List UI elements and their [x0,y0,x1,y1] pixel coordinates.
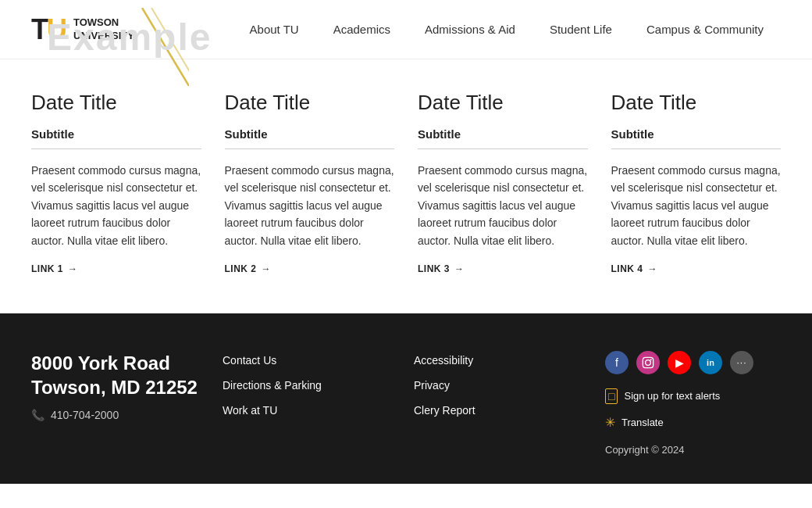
text-alert-icon: □ [605,388,618,404]
linkedin-icon[interactable]: in [699,351,722,374]
svg-rect-2 [643,357,653,367]
card-2: Date Title Subtitle Praesent commodo cur… [225,91,395,274]
site-footer: 8000 York Road Towson, MD 21252 📞 410-70… [0,313,812,484]
card-3-body: Praesent commodo cursus magna, vel scele… [418,162,588,249]
footer-text-alerts[interactable]: □ Sign up for text alerts [605,388,720,404]
nav-campus-community[interactable]: Campus & Community [629,0,781,59]
logo-tu-text: TU [31,16,66,44]
card-3-date-title: Date Title [418,91,588,115]
nav-about-tu[interactable]: About TU [233,0,316,59]
instagram-icon[interactable] [636,351,660,374]
logo-area: TU TOWSON UNIVERSITY [31,16,203,44]
footer-address-text: 8000 York Road Towson, MD 21252 [31,351,207,399]
card-4-body: Praesent commodo cursus magna, vel scele… [611,162,782,249]
card-4: Date Title Subtitle Praesent commodo cur… [611,91,782,274]
card-4-link[interactable]: LINK 4 → [611,263,782,274]
footer-link-clery[interactable]: Clery Report [414,404,589,417]
cards-grid: Date Title Subtitle Praesent commodo cur… [31,91,781,274]
nav-student-life[interactable]: Student Life [532,0,629,59]
card-3-divider [418,148,588,149]
card-4-subtitle: Subtitle [611,127,782,141]
translate-icon: ✳ [605,415,615,430]
main-content: Date Title Subtitle Praesent commodo cur… [0,59,812,313]
svg-point-4 [650,359,652,360]
footer-link-accessibility[interactable]: Accessibility [414,354,589,367]
nav-academics[interactable]: Academics [316,0,408,59]
nav-admissions-aid[interactable]: Admissions & Aid [408,0,532,59]
card-2-divider [225,148,395,149]
card-2-link[interactable]: LINK 2 → [225,263,395,274]
footer-grid: 8000 York Road Towson, MD 21252 📞 410-70… [31,351,781,456]
card-2-body: Praesent commodo cursus magna, vel scele… [225,162,395,249]
card-3-link[interactable]: LINK 3 → [418,263,588,274]
svg-point-3 [646,360,651,366]
site-header: TU TOWSON UNIVERSITY Example About TU Ac… [0,0,812,59]
footer-phone: 📞 410-704-2000 [31,409,207,421]
card-1-date-title: Date Title [31,91,201,115]
footer-social: f ▶ in ··· □ Sign up for text alerts ✳ T… [605,351,781,456]
card-1-link[interactable]: LINK 1 → [31,263,201,274]
footer-link-work[interactable]: Work at TU [223,404,398,417]
facebook-icon[interactable]: f [605,351,629,374]
social-icons-row: f ▶ in ··· [605,351,753,374]
card-2-date-title: Date Title [225,91,395,115]
footer-link-directions[interactable]: Directions & Parking [223,379,398,392]
logo-accent-svg [126,8,189,86]
card-1-body: Praesent commodo cursus magna, vel scele… [31,162,201,249]
svg-line-1 [151,8,189,86]
logo-university-name: TOWSON UNIVERSITY [73,16,134,43]
footer-links-col2: Contact Us Directions & Parking Work at … [223,351,398,456]
footer-copyright: Copyright © 2024 [605,444,684,456]
logo-u: U [47,13,66,45]
footer-translate[interactable]: ✳ Translate [605,415,664,430]
card-1-subtitle: Subtitle [31,127,201,141]
more-social-icon[interactable]: ··· [730,351,753,374]
footer-link-privacy[interactable]: Privacy [414,379,589,392]
logo-t: T [31,13,47,45]
card-2-subtitle: Subtitle [225,127,395,141]
main-nav: About TU Academics Admissions & Aid Stud… [233,0,781,59]
card-1: Date Title Subtitle Praesent commodo cur… [31,91,201,274]
footer-address: 8000 York Road Towson, MD 21252 📞 410-70… [31,351,207,456]
card-3-subtitle: Subtitle [418,127,588,141]
svg-line-0 [142,8,189,86]
card-4-divider [611,148,782,149]
card-3: Date Title Subtitle Praesent commodo cur… [418,91,588,274]
logo-box: TU TOWSON UNIVERSITY [31,16,134,44]
youtube-icon[interactable]: ▶ [668,351,691,374]
card-1-divider [31,148,201,149]
footer-links-col3: Accessibility Privacy Clery Report [414,351,589,456]
footer-link-contact[interactable]: Contact Us [223,354,398,367]
phone-icon: 📞 [31,409,45,421]
card-4-date-title: Date Title [611,91,782,115]
